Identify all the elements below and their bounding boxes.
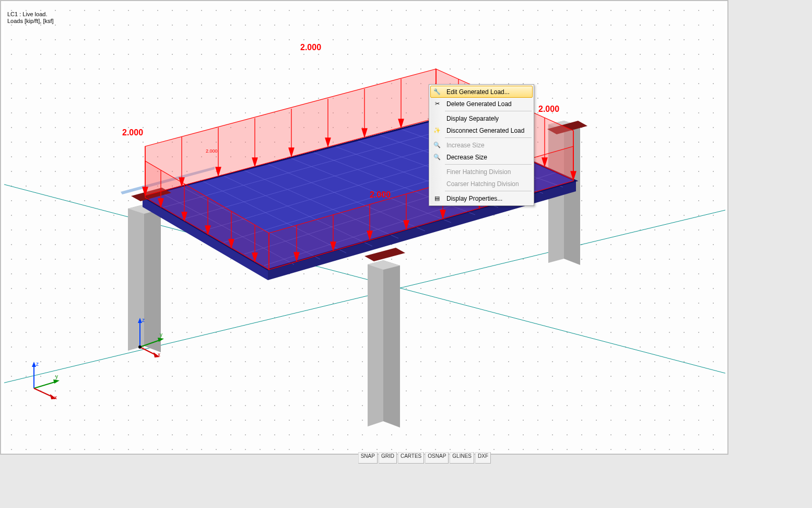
menu-separator xyxy=(445,164,532,165)
status-cartes[interactable]: CARTES xyxy=(398,452,424,464)
column-front-right xyxy=(368,260,400,428)
load-value-left: 2.000 xyxy=(122,128,143,137)
zoom-out-icon: 🔍 xyxy=(433,153,441,161)
menu-item-label: Increase Size xyxy=(446,142,485,149)
menu-item-label: Edit Generated Load... xyxy=(446,88,510,96)
menu-item-decsize[interactable]: 🔍Decrease Size xyxy=(430,151,533,163)
menu-separator xyxy=(445,137,532,138)
menu-item-disconnect[interactable]: ✨Disconnect Generated Load xyxy=(430,124,533,136)
menu-item-dispsep[interactable]: Display Separately xyxy=(430,112,533,124)
wand-icon: ✨ xyxy=(433,126,441,135)
load-value-beam-small: 2.000 xyxy=(206,148,218,154)
status-grid[interactable]: GRID xyxy=(379,452,397,464)
menu-item-incsize: 🔍Increase Size xyxy=(430,139,533,151)
status-osnap[interactable]: OSNAP xyxy=(425,452,449,464)
load-value-right: 2.000 xyxy=(538,105,559,114)
load-value-center: 2.000 xyxy=(370,190,391,200)
menu-item-label: Finer Hatching Division xyxy=(446,168,511,176)
menu-item-label: Display Separately xyxy=(446,115,499,122)
status-glines[interactable]: GLINES xyxy=(450,452,474,464)
model-viewport[interactable]: 2.000 2.000 2.000 2.000 2.000 LC1 : Live… xyxy=(4,3,725,452)
status-dxf[interactable]: DXF xyxy=(475,452,491,464)
svg-marker-29 xyxy=(368,260,383,426)
menu-separator xyxy=(445,191,532,191)
menu-item-finer: Finer Hatching Division xyxy=(430,166,533,178)
menu-item-label: Decrease Size xyxy=(446,154,487,161)
svg-marker-30 xyxy=(383,260,400,428)
menu-item-dispprop[interactable]: ▤Display Properties... xyxy=(430,192,533,204)
scissors-icon: ✂ xyxy=(433,100,441,108)
menu-item-label: Delete Generated Load xyxy=(446,100,512,108)
column-front-left xyxy=(128,204,161,352)
scene-svg xyxy=(4,3,725,452)
svg-marker-1 xyxy=(128,204,144,351)
menu-item-edit[interactable]: 🔧Edit Generated Load... xyxy=(430,86,533,98)
properties-icon: ▤ xyxy=(433,194,441,203)
zoom-in-icon: 🔍 xyxy=(433,141,441,149)
load-value-top: 2.000 xyxy=(300,43,321,52)
status-bar: SNAP GRID CARTES OSNAP GLINES DXF xyxy=(0,452,728,464)
window-frame: 2.000 2.000 2.000 2.000 2.000 LC1 : Live… xyxy=(0,0,728,455)
menu-item-coarser: Coarser Hatching Division xyxy=(430,178,533,190)
status-snap[interactable]: SNAP xyxy=(358,452,378,464)
menu-item-delete[interactable]: ✂Delete Generated Load xyxy=(430,98,533,110)
menu-separator xyxy=(445,111,532,111)
menu-item-label: Display Properties... xyxy=(446,195,502,202)
wrench-icon: 🔧 xyxy=(433,88,441,96)
svg-marker-2 xyxy=(144,204,161,352)
menu-item-label: Disconnect Generated Load xyxy=(446,127,524,134)
context-menu: 🔧Edit Generated Load...✂Delete Generated… xyxy=(429,84,534,206)
menu-item-label: Coarser Hatching Division xyxy=(446,180,519,188)
